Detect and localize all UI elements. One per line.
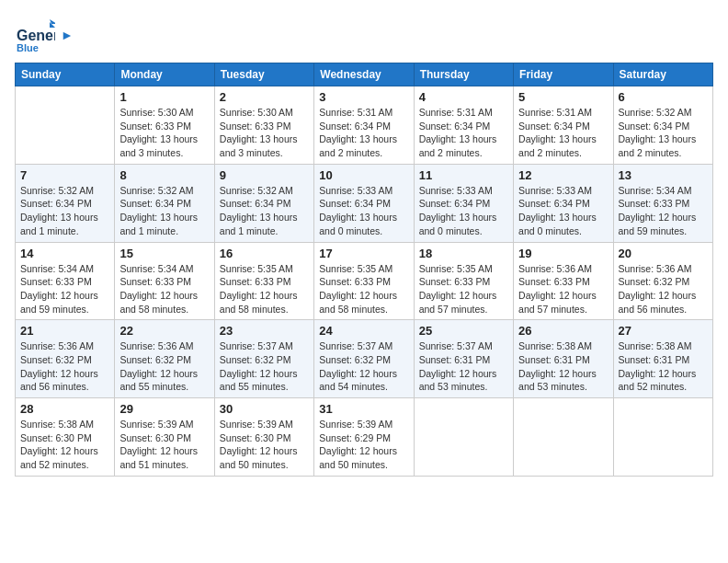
weekday-header-sunday: Sunday (16, 63, 115, 86)
calendar-cell: 21Sunrise: 5:36 AM Sunset: 6:32 PM Dayli… (16, 320, 115, 398)
page-header: General Blue ► (15, 15, 713, 55)
day-number: 1 (119, 90, 209, 104)
day-number: 4 (419, 90, 508, 104)
day-info: Sunrise: 5:32 AM Sunset: 6:34 PM Dayligh… (119, 184, 209, 238)
calendar-cell: 12Sunrise: 5:33 AM Sunset: 6:34 PM Dayli… (514, 164, 613, 242)
calendar-cell: 13Sunrise: 5:34 AM Sunset: 6:33 PM Dayli… (613, 164, 712, 242)
day-info: Sunrise: 5:36 AM Sunset: 6:33 PM Dayligh… (518, 262, 608, 316)
day-info: Sunrise: 5:39 AM Sunset: 6:30 PM Dayligh… (119, 418, 209, 472)
calendar-cell: 1Sunrise: 5:30 AM Sunset: 6:33 PM Daylig… (115, 86, 214, 165)
day-number: 2 (220, 90, 309, 104)
calendar-cell: 5Sunrise: 5:31 AM Sunset: 6:34 PM Daylig… (514, 86, 613, 165)
calendar-cell: 15Sunrise: 5:34 AM Sunset: 6:33 PM Dayli… (115, 242, 214, 320)
day-info: Sunrise: 5:34 AM Sunset: 6:33 PM Dayligh… (119, 262, 209, 316)
day-info: Sunrise: 5:30 AM Sunset: 6:33 PM Dayligh… (220, 106, 309, 160)
day-info: Sunrise: 5:37 AM Sunset: 6:31 PM Dayligh… (419, 339, 508, 394)
day-info: Sunrise: 5:36 AM Sunset: 6:32 PM Dayligh… (20, 339, 109, 394)
day-number: 20 (619, 247, 708, 260)
calendar-cell: 11Sunrise: 5:33 AM Sunset: 6:34 PM Dayli… (414, 164, 513, 242)
calendar-cell: 2Sunrise: 5:30 AM Sunset: 6:33 PM Daylig… (214, 86, 313, 165)
svg-text:Blue: Blue (17, 42, 39, 53)
day-number: 3 (319, 90, 408, 104)
weekday-header-monday: Monday (115, 63, 214, 86)
calendar-cell: 8Sunrise: 5:32 AM Sunset: 6:34 PM Daylig… (115, 164, 214, 242)
calendar-cell (613, 398, 712, 477)
day-info: Sunrise: 5:36 AM Sunset: 6:32 PM Dayligh… (619, 262, 708, 316)
day-info: Sunrise: 5:33 AM Sunset: 6:34 PM Dayligh… (419, 184, 508, 238)
day-number: 21 (20, 324, 109, 338)
calendar-cell: 20Sunrise: 5:36 AM Sunset: 6:32 PM Dayli… (613, 242, 712, 320)
weekday-header-friday: Friday (514, 63, 613, 86)
day-number: 30 (220, 402, 309, 416)
day-number: 23 (220, 324, 309, 338)
weekday-header-wednesday: Wednesday (314, 63, 414, 86)
day-number: 6 (619, 90, 708, 104)
week-row-3: 14Sunrise: 5:34 AM Sunset: 6:33 PM Dayli… (16, 242, 713, 320)
weekday-header-row: SundayMondayTuesdayWednesdayThursdayFrid… (16, 63, 713, 86)
day-info: Sunrise: 5:31 AM Sunset: 6:34 PM Dayligh… (419, 106, 508, 160)
day-number: 25 (419, 324, 508, 338)
weekday-header-thursday: Thursday (414, 63, 513, 86)
calendar-cell (414, 398, 513, 477)
day-info: Sunrise: 5:33 AM Sunset: 6:34 PM Dayligh… (319, 184, 408, 238)
day-number: 19 (518, 247, 608, 260)
day-number: 9 (220, 168, 309, 182)
calendar-cell: 25Sunrise: 5:37 AM Sunset: 6:31 PM Dayli… (414, 320, 513, 398)
day-info: Sunrise: 5:36 AM Sunset: 6:32 PM Dayligh… (119, 339, 209, 394)
calendar-cell: 24Sunrise: 5:37 AM Sunset: 6:32 PM Dayli… (314, 320, 414, 398)
day-info: Sunrise: 5:35 AM Sunset: 6:33 PM Dayligh… (220, 262, 309, 316)
day-number: 27 (619, 324, 708, 338)
calendar-cell: 6Sunrise: 5:32 AM Sunset: 6:34 PM Daylig… (613, 86, 712, 165)
day-info: Sunrise: 5:37 AM Sunset: 6:32 PM Dayligh… (319, 339, 408, 394)
day-info: Sunrise: 5:38 AM Sunset: 6:31 PM Dayligh… (518, 339, 608, 394)
calendar-cell: 18Sunrise: 5:35 AM Sunset: 6:33 PM Dayli… (414, 242, 513, 320)
day-info: Sunrise: 5:38 AM Sunset: 6:30 PM Dayligh… (20, 418, 109, 472)
day-info: Sunrise: 5:37 AM Sunset: 6:32 PM Dayligh… (220, 339, 309, 394)
day-number: 13 (619, 168, 708, 182)
calendar-cell: 30Sunrise: 5:39 AM Sunset: 6:30 PM Dayli… (214, 398, 313, 477)
week-row-4: 21Sunrise: 5:36 AM Sunset: 6:32 PM Dayli… (16, 320, 713, 398)
calendar-cell: 23Sunrise: 5:37 AM Sunset: 6:32 PM Dayli… (214, 320, 313, 398)
day-number: 28 (20, 402, 109, 416)
day-number: 11 (419, 168, 508, 182)
calendar-cell: 14Sunrise: 5:34 AM Sunset: 6:33 PM Dayli… (16, 242, 115, 320)
day-number: 17 (319, 247, 408, 260)
day-info: Sunrise: 5:30 AM Sunset: 6:33 PM Dayligh… (119, 106, 209, 160)
calendar-cell: 26Sunrise: 5:38 AM Sunset: 6:31 PM Dayli… (514, 320, 613, 398)
calendar-cell: 27Sunrise: 5:38 AM Sunset: 6:31 PM Dayli… (613, 320, 712, 398)
logo-icon: General Blue (15, 15, 55, 55)
calendar-cell: 29Sunrise: 5:39 AM Sunset: 6:30 PM Dayli… (115, 398, 214, 477)
week-row-2: 7Sunrise: 5:32 AM Sunset: 6:34 PM Daylig… (16, 164, 713, 242)
day-number: 8 (119, 168, 209, 182)
day-number: 10 (319, 168, 408, 182)
calendar-cell: 4Sunrise: 5:31 AM Sunset: 6:34 PM Daylig… (414, 86, 513, 165)
calendar-cell (514, 398, 613, 477)
day-number: 12 (518, 168, 608, 182)
day-number: 26 (518, 324, 608, 338)
day-info: Sunrise: 5:31 AM Sunset: 6:34 PM Dayligh… (319, 106, 408, 160)
calendar-cell: 22Sunrise: 5:36 AM Sunset: 6:32 PM Dayli… (115, 320, 214, 398)
day-number: 16 (220, 247, 309, 260)
calendar-cell: 17Sunrise: 5:35 AM Sunset: 6:33 PM Dayli… (314, 242, 414, 320)
day-number: 29 (119, 402, 209, 416)
weekday-header-tuesday: Tuesday (214, 63, 313, 86)
calendar-cell (16, 86, 115, 165)
day-info: Sunrise: 5:38 AM Sunset: 6:31 PM Dayligh… (619, 339, 708, 394)
day-info: Sunrise: 5:39 AM Sunset: 6:30 PM Dayligh… (220, 418, 309, 472)
day-number: 14 (20, 247, 109, 260)
logo-blue: ► (59, 29, 74, 42)
calendar-cell: 28Sunrise: 5:38 AM Sunset: 6:30 PM Dayli… (16, 398, 115, 477)
day-info: Sunrise: 5:32 AM Sunset: 6:34 PM Dayligh… (619, 106, 708, 160)
calendar-cell: 10Sunrise: 5:33 AM Sunset: 6:34 PM Dayli… (314, 164, 414, 242)
day-number: 22 (119, 324, 209, 338)
day-info: Sunrise: 5:34 AM Sunset: 6:33 PM Dayligh… (619, 184, 708, 238)
week-row-5: 28Sunrise: 5:38 AM Sunset: 6:30 PM Dayli… (16, 398, 713, 477)
day-number: 31 (319, 402, 408, 416)
day-number: 15 (119, 247, 209, 260)
day-number: 24 (319, 324, 408, 338)
day-info: Sunrise: 5:39 AM Sunset: 6:29 PM Dayligh… (319, 418, 408, 472)
day-number: 5 (518, 90, 608, 104)
day-number: 18 (419, 247, 508, 260)
logo: General Blue ► (15, 15, 74, 55)
day-info: Sunrise: 5:32 AM Sunset: 6:34 PM Dayligh… (20, 184, 109, 238)
